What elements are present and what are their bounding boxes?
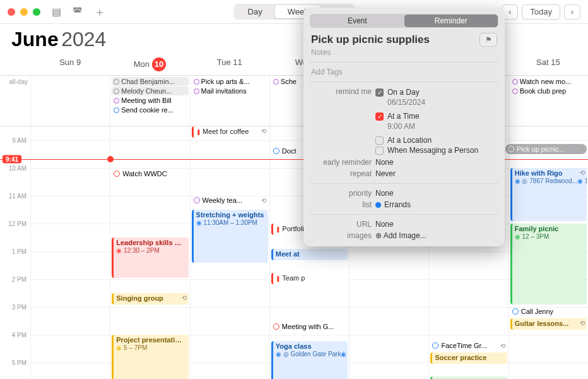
allday-sat[interactable]: Watch new mo... Book club prep (509, 76, 588, 126)
flag-button[interactable]: ⚑ (479, 33, 497, 47)
allday-event[interactable]: Mail invitations (192, 87, 268, 95)
popover-tabs: Event Reminder (310, 14, 498, 28)
minimize-window-icon[interactable] (20, 8, 28, 16)
event-team-p[interactable]: Team p (271, 273, 348, 284)
allday-tue[interactable]: Pick up arts &... Mail invitations (190, 76, 269, 126)
at-a-time-checkbox[interactable]: ✓At a Time (375, 111, 497, 121)
ring-icon (512, 79, 518, 85)
list-value[interactable]: Errands (375, 200, 497, 209)
event-soccer[interactable]: Soccer practice (430, 352, 507, 364)
next-week-button[interactable]: › (564, 4, 580, 20)
tab-event[interactable]: Event (310, 15, 404, 27)
allday-event[interactable]: Chad Benjamin... (112, 77, 188, 86)
remind-me-label: remind me (311, 87, 372, 96)
ring-icon (512, 308, 519, 315)
inbox-icon[interactable]: ◚ (73, 6, 83, 18)
ring-icon (194, 79, 199, 85)
recur-icon: ⟲ (580, 320, 585, 327)
event-kids-movie[interactable]: Kids' movie night⟲ (430, 376, 507, 379)
early-reminder-value[interactable]: None (375, 158, 497, 167)
repeat-label: repeat (311, 169, 372, 178)
day-header: Tue 11 (190, 54, 269, 75)
event-leadership[interactable]: Leadership skills meeting12:30 – 2PM (112, 238, 188, 278)
daycol-tue[interactable]: Meet for coffee⟲ Weekly tea...⟲ Stretchi… (190, 126, 269, 379)
ring-icon (114, 171, 120, 177)
add-event-button[interactable]: ＋ (94, 4, 105, 20)
event-call-jenny[interactable]: Call Jenny (510, 307, 587, 316)
notes-input[interactable]: Notes (303, 47, 505, 58)
allday-event[interactable]: Watch new mo... (510, 77, 587, 86)
on-a-day-checkbox[interactable]: ✓On a Day (375, 87, 497, 97)
allday-event[interactable]: Pick up arts &... (192, 77, 268, 86)
recur-icon: ⟲ (261, 128, 266, 135)
week-nav: ‹ Today › (502, 4, 580, 20)
sidebar-toggle-icon[interactable]: ▤ (52, 6, 61, 18)
allday-event[interactable]: Send cookie re... (112, 105, 188, 114)
tags-input[interactable]: Add Tags (303, 66, 505, 78)
day-header-today: Mon10 (110, 54, 189, 75)
checkbox-icon (375, 147, 384, 155)
fullscreen-window-icon[interactable] (33, 8, 40, 16)
event-meeting-g[interactable]: Meeting with G... (271, 322, 348, 331)
event-facetime[interactable]: FaceTime Gr...⟲ (430, 341, 507, 350)
event-meet-coffee[interactable]: Meet for coffee⟲ (192, 126, 268, 138)
person-ring-icon (114, 79, 119, 85)
repeat-value[interactable]: Never (375, 169, 497, 178)
at-a-location-checkbox[interactable]: At a Location (375, 135, 497, 145)
ring-icon (194, 88, 199, 94)
allday-mon[interactable]: Chad Benjamin... Melody Cheun... Meeting… (110, 76, 189, 126)
recur-icon: ⟲ (580, 169, 585, 176)
allday-event[interactable]: Melody Cheun... (112, 87, 188, 95)
ring-icon (273, 323, 279, 330)
event-project-presentations[interactable]: Project presentations5 – 7PM (112, 335, 188, 379)
ring-icon (114, 107, 119, 113)
images-label: images (311, 231, 372, 240)
day-header: Sun 9 (30, 54, 110, 75)
recur-icon: ⟲ (500, 342, 505, 349)
event-weekly-tea[interactable]: Weekly tea...⟲ (192, 196, 268, 205)
daycol-mon[interactable]: Watch WWDC Leadership skills meeting12:3… (110, 126, 189, 379)
at-a-time-value[interactable]: 9:00 AM (375, 122, 415, 131)
tab-reminder[interactable]: Reminder (404, 15, 498, 27)
view-day[interactable]: Day (235, 5, 275, 18)
event-hike[interactable]: Hike with Rigo◎ 7867 Redwood...10AM – 12… (510, 168, 587, 221)
event-yoga[interactable]: Yoga class◎ Golden Gate Park5:15 – 6:45P… (271, 341, 348, 379)
ring-icon (512, 88, 518, 94)
checkbox-icon (375, 136, 384, 145)
event-meet-at[interactable]: Meet at (271, 249, 348, 260)
allday-event[interactable]: Meeting with Bill (112, 96, 188, 105)
list-color-dot-icon (375, 202, 381, 208)
now-dot-icon (107, 156, 114, 162)
event-guitar[interactable]: Guitar lessons...⟲ (510, 318, 587, 330)
person-ring-icon (114, 88, 119, 94)
url-value[interactable]: None (375, 220, 497, 229)
ring-icon (194, 197, 200, 203)
url-label: URL (311, 220, 372, 229)
reminder-title-input[interactable]: Pick up picnic supplies (311, 33, 474, 46)
ring-icon (273, 148, 279, 154)
event-family-picnic[interactable]: Family picnic12 – 3PM (510, 224, 587, 304)
event-stretching[interactable]: Stretching + weights11:30AM – 1:30PM (192, 210, 268, 263)
add-image-button[interactable]: Add Image... (375, 231, 497, 240)
recur-icon: ⟲ (261, 197, 266, 204)
priority-value[interactable]: None (375, 189, 497, 198)
window-controls (8, 8, 40, 16)
allday-event[interactable]: Book club prep (510, 87, 587, 95)
hour-column: 9 AM 10 AM 11 AM 12 PM 1 PM 2 PM 3 PM 4 … (0, 126, 30, 379)
on-a-day-value[interactable]: 06/15/2024 (375, 98, 425, 107)
reminder-pickup-picnic[interactable]: Pick up picnic... (505, 144, 587, 154)
early-reminder-label: early reminder (311, 158, 372, 167)
when-messaging-checkbox[interactable]: When Messaging a Person (375, 145, 497, 155)
now-time-badge: 9:41 (3, 155, 21, 164)
event-singing-group[interactable]: Singing group⟲ (112, 293, 188, 304)
allday-sun[interactable] (30, 76, 110, 126)
event-watch-wwdc[interactable]: Watch WWDC (112, 169, 188, 178)
reminder-popover: Event Reminder Pick up picnic supplies ⚑… (303, 8, 505, 246)
daycol-sat[interactable]: Pick up picnic... Hike with Rigo◎ 7867 R… (509, 126, 588, 379)
day-header: Sat 15 (509, 54, 588, 75)
today-button[interactable]: Today (522, 4, 560, 20)
close-window-icon[interactable] (8, 8, 15, 16)
list-label: list (311, 200, 372, 209)
daycol-sun[interactable] (30, 126, 110, 379)
recur-icon: ⟲ (182, 294, 187, 301)
